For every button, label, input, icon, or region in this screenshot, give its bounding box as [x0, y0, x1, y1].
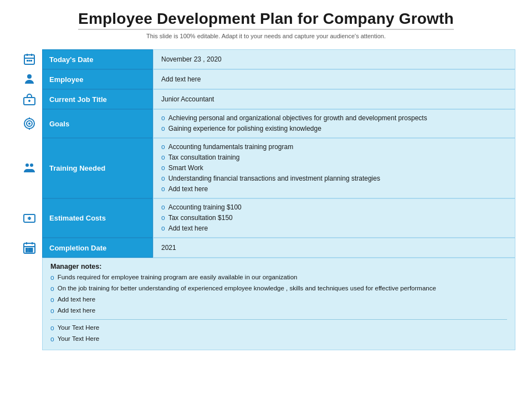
- page-title: Employee Development Plan for Company Gr…: [78, 10, 454, 30]
- bullet-icon: o: [161, 223, 165, 233]
- bullet-icon: o: [50, 295, 54, 305]
- table-row: Today's DateNovember 23 , 2020: [17, 49, 515, 69]
- bullet-icon: o: [50, 273, 54, 283]
- list-item: oAccounting training $100: [161, 202, 242, 212]
- svg-rect-0: [24, 55, 34, 64]
- row-value-costs: oAccounting training $100oTax consultati…: [153, 198, 515, 238]
- list-item: oGaining experience for polishing existi…: [161, 124, 321, 134]
- bullet-icon: o: [161, 113, 165, 123]
- notes-content: Manager notes:oFunds required for employ…: [42, 258, 515, 350]
- svg-rect-5: [29, 60, 30, 62]
- table-row: EmployeeAdd text here: [17, 69, 515, 89]
- svg-point-16: [25, 163, 29, 167]
- dollar-icon: [17, 198, 42, 238]
- svg-rect-27: [31, 248, 33, 250]
- svg-rect-4: [27, 60, 28, 62]
- notes-divider: [50, 319, 507, 320]
- list-item: oAchieving personal and organizational o…: [161, 113, 427, 123]
- row-value-employee: Add text here: [153, 69, 515, 89]
- notes-extra-item: oYour Text Here: [50, 334, 507, 344]
- table-row: Completion Date2021: [17, 238, 515, 258]
- list-item: oTax consultation training: [161, 152, 239, 162]
- page: Employee Development Plan for Company Gr…: [0, 0, 532, 399]
- bullet-icon: o: [161, 124, 165, 134]
- notes-row: Manager notes:oFunds required for employ…: [17, 258, 515, 350]
- svg-point-7: [27, 74, 32, 79]
- notes-item: oFunds required for employee training pr…: [50, 273, 507, 283]
- row-value-training: oAccounting fundamentals training progra…: [153, 138, 515, 198]
- bullet-icon: o: [161, 202, 165, 212]
- svg-rect-28: [26, 250, 28, 252]
- row-value-job-title: Junior Accountant: [153, 89, 515, 109]
- table-row: GoalsoAchieving personal and organizatio…: [17, 109, 515, 138]
- bullet-icon: o: [161, 213, 165, 223]
- subtitle: This slide is 100% editable. Adapt it to…: [17, 33, 515, 39]
- row-label-costs: Estimated Costs: [42, 198, 153, 238]
- person-icon: [17, 69, 42, 89]
- svg-point-13: [29, 123, 30, 124]
- notes-item: oAdd text here: [50, 295, 507, 305]
- row-value-goals: oAchieving personal and organizational o…: [153, 109, 515, 138]
- list-item: oUnderstanding financial transactions an…: [161, 173, 380, 183]
- list-item: oAccounting fundamentals training progra…: [161, 142, 293, 152]
- bullet-icon: o: [50, 334, 54, 344]
- bullet-icon: o: [161, 184, 165, 194]
- title-section: Employee Development Plan for Company Gr…: [17, 10, 515, 39]
- bullet-icon: o: [161, 152, 165, 162]
- notes-title: Manager notes:: [50, 263, 507, 270]
- svg-rect-26: [29, 248, 30, 250]
- table-row: Estimated CostsoAccounting training $100…: [17, 198, 515, 238]
- svg-rect-29: [29, 250, 30, 252]
- svg-rect-30: [31, 250, 33, 252]
- row-label-employee: Employee: [42, 69, 153, 89]
- briefcase-icon: [17, 89, 42, 109]
- notes-extra-item: oYour Text Here: [50, 323, 507, 333]
- table-container: Today's DateNovember 23 , 2020EmployeeAd…: [17, 49, 515, 391]
- table-row: Current Job TitleJunior Accountant: [17, 89, 515, 109]
- bullet-icon: o: [161, 163, 165, 173]
- svg-point-17: [30, 163, 33, 167]
- row-value-todays-date: November 23 , 2020: [153, 49, 515, 69]
- list-item: oAdd text here: [161, 223, 208, 233]
- row-label-goals: Goals: [42, 109, 153, 138]
- table-row: Training NeededoAccounting fundamentals …: [17, 138, 515, 198]
- list-item: oAdd text here: [161, 184, 208, 194]
- row-value-completion: 2021: [153, 238, 515, 258]
- svg-rect-25: [26, 248, 28, 250]
- bullet-icon: o: [50, 284, 54, 294]
- row-label-todays-date: Today's Date: [42, 49, 153, 69]
- calendar2-icon: [17, 238, 42, 258]
- bullet-icon: o: [50, 306, 54, 316]
- calendar-icon: [17, 49, 42, 69]
- training-icon: [17, 138, 42, 198]
- notes-icon-cell: [17, 258, 42, 350]
- notes-item: oAdd text here: [50, 306, 507, 316]
- row-label-job-title: Current Job Title: [42, 89, 153, 109]
- list-item: oSmart Work: [161, 163, 203, 173]
- row-label-completion: Completion Date: [42, 238, 153, 258]
- bullet-icon: o: [50, 323, 54, 333]
- bullet-icon: o: [161, 173, 165, 183]
- list-item: oTax consultation $150: [161, 213, 233, 223]
- bullet-icon: o: [161, 142, 165, 152]
- svg-rect-6: [30, 60, 32, 62]
- target-icon: [17, 109, 42, 138]
- notes-item: oOn the job training for better understa…: [50, 284, 507, 294]
- row-label-training: Training Needed: [42, 138, 153, 198]
